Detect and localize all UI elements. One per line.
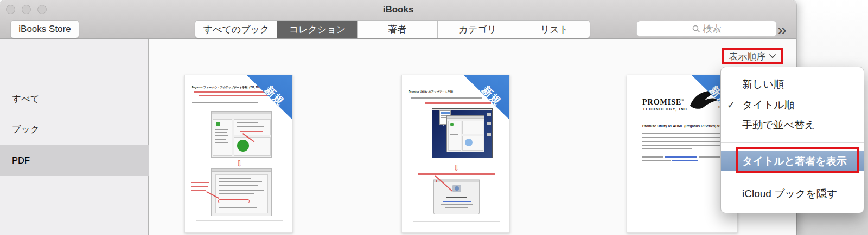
ibooks-store-button[interactable]: iBooks Store xyxy=(10,20,79,38)
text-line-placeholder xyxy=(219,181,262,182)
desktop-icon-placeholder xyxy=(487,113,491,116)
text-line-placeholder xyxy=(642,160,671,161)
annotation-placeholder xyxy=(418,173,495,175)
tab-list[interactable]: リスト xyxy=(518,21,590,38)
tab-authors[interactable]: 著者 xyxy=(357,21,437,38)
text-line-placeholder xyxy=(219,193,254,194)
desktop-screenshot-placeholder xyxy=(432,108,493,158)
green-dot xyxy=(450,123,454,126)
annotation-box-sort-button xyxy=(722,48,783,64)
mini-app-window xyxy=(446,115,484,152)
title-toolbar: iBooks iBooks Store すべてのブック コレクション 著者 カテ… xyxy=(0,0,796,39)
pdf-thumbnail-2[interactable]: Promise Utility のアップデート手順 xyxy=(401,75,510,233)
search-icon xyxy=(692,25,700,33)
mini-titlebar xyxy=(447,116,484,119)
text-line-placeholder xyxy=(215,139,226,140)
text-line-placeholder xyxy=(199,95,270,96)
close-dot xyxy=(436,180,437,182)
down-arrow-annotation: ⇩ xyxy=(453,164,460,172)
green-dot xyxy=(216,122,220,126)
green-pie-chart xyxy=(237,140,249,152)
text-line-placeholder xyxy=(642,148,692,149)
window-title: iBooks xyxy=(0,4,796,15)
page2-title: Promise Utility のアップデート手順 xyxy=(409,90,453,93)
text-line-placeholder xyxy=(441,204,473,205)
mini-titlebar xyxy=(212,112,271,114)
tab-categories[interactable]: カテゴリ xyxy=(437,21,518,38)
sidebar-item-books[interactable]: ブック xyxy=(0,114,149,145)
annotation-box-show-title-author xyxy=(736,147,859,173)
text-line-placeholder xyxy=(450,134,458,135)
menu-separator xyxy=(721,142,864,143)
search-field[interactable]: 検索 xyxy=(636,21,777,37)
text-line-placeholder xyxy=(642,137,724,138)
annotation-placeholder xyxy=(191,182,209,183)
red-oval-annotation xyxy=(218,199,250,203)
page1-title: Pegasus ファームウェアのアップデート手順（7M, 7B 共通） xyxy=(192,86,268,89)
text-line-placeholder xyxy=(215,129,228,130)
text-line-placeholder xyxy=(215,142,228,143)
view-segmented-control: すべてのブック コレクション 著者 カテゴリ リスト xyxy=(195,20,590,38)
sidebar-item-pdf[interactable]: PDF xyxy=(0,145,149,176)
toolbar-overflow-chevron-icon[interactable]: » xyxy=(777,21,787,39)
text-line-placeholder xyxy=(642,156,663,158)
text-line-placeholder xyxy=(450,132,457,132)
text-line-placeholder xyxy=(219,190,264,191)
link-line-placeholder xyxy=(443,201,471,202)
about-dialog-placeholder xyxy=(433,179,480,214)
text-line-placeholder xyxy=(237,122,258,123)
text-line-placeholder xyxy=(411,97,482,99)
menu-item-newest[interactable]: 新しい順 xyxy=(721,74,864,95)
sort-order-menu: 新しい順 ✓ タイトル順 手動で並べ替え タイトルと著者を表示 iCloud ブ… xyxy=(720,67,864,213)
text-line-placeholder xyxy=(642,133,725,134)
text-line-placeholder xyxy=(445,207,468,208)
mini-titlebar xyxy=(212,169,271,172)
blue-pie-chart xyxy=(465,139,473,146)
app-icon-inner xyxy=(455,186,459,191)
desktop-icon-placeholder xyxy=(487,122,491,125)
tab-collections[interactable]: コレクション xyxy=(277,21,357,38)
text-line-placeholder xyxy=(215,135,228,136)
collection-view: Pegasus ファームウェアのアップデート手順（7M, 7B 共通） xyxy=(149,40,796,235)
annotation-placeholder xyxy=(191,186,208,187)
sidebar: すべて ブック PDF xyxy=(0,39,149,235)
pdf-thumbnail-1[interactable]: Pegasus ファームウェアのアップデート手順（7M, 7B 共通） xyxy=(184,75,293,233)
text-line-placeholder xyxy=(219,207,257,208)
text-line-placeholder xyxy=(215,132,227,133)
menu-separator xyxy=(721,178,864,178)
text-line-placeholder xyxy=(642,141,725,142)
text-line-placeholder xyxy=(450,129,458,129)
promise-logo-text: PROMISE® xyxy=(642,98,685,107)
promise-logo-subtext: TECHNOLOGY, INC. xyxy=(643,107,690,111)
sidebar-item-all[interactable]: すべて xyxy=(0,84,149,114)
text-line-placeholder xyxy=(219,185,258,186)
link-line-placeholder xyxy=(665,156,697,158)
annotation-placeholder xyxy=(240,131,263,132)
annotation-placeholder xyxy=(191,190,206,191)
screenshot-placeholder xyxy=(211,168,272,216)
checkmark-icon: ✓ xyxy=(727,99,735,111)
menu-highlight-placeholder xyxy=(441,112,450,114)
screenshot-placeholder xyxy=(211,111,272,158)
mini-panel xyxy=(462,121,483,134)
link-line-placeholder xyxy=(672,160,698,161)
mini-panel xyxy=(234,119,271,135)
star-dot xyxy=(443,125,444,126)
divider xyxy=(413,221,500,222)
text-line-placeholder xyxy=(219,178,251,179)
page3-title: Promise Utility README (Pegasus R Series… xyxy=(642,124,724,128)
down-arrow-annotation: ⇩ xyxy=(236,159,243,167)
menu-item-hide-icloud-books[interactable]: iCloud ブックを隠す xyxy=(721,184,864,204)
search-placeholder: 検索 xyxy=(703,23,722,35)
text-line-placeholder xyxy=(237,126,264,127)
text-line-placeholder xyxy=(642,145,722,146)
menu-item-title-order[interactable]: ✓ タイトル順 xyxy=(721,95,864,115)
divider xyxy=(196,220,283,221)
text-line-placeholder xyxy=(192,102,258,103)
tab-all-books[interactable]: すべてのブック xyxy=(195,21,277,38)
text-line-placeholder xyxy=(446,197,467,198)
menu-item-manual-sort[interactable]: 手動で並べ替え xyxy=(721,115,864,135)
desktop-icon-placeholder xyxy=(487,133,491,136)
ibooks-window: iBooks iBooks Store すべてのブック コレクション 著者 カテ… xyxy=(0,0,796,235)
annotation-placeholder xyxy=(425,102,491,104)
